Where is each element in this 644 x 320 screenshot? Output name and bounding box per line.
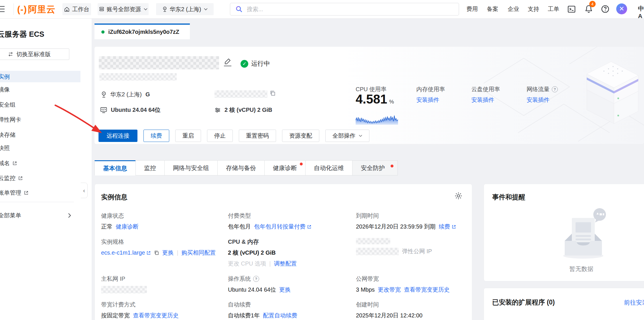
field-health-status: 健康状态 正常健康诊断 [101,212,224,231]
memory-install-plugin-link[interactable]: 安装插件 [416,96,439,104]
nav-divider [13,3,14,15]
instance-tab-title: iZuf62ok7ojmkls5ny0o7zZ [108,29,179,35]
remote-connect-button[interactable]: 远程连接 [99,130,137,142]
chevron-right-icon [68,213,72,218]
search-input[interactable] [246,6,419,13]
nav-link-tickets[interactable]: 工单 [548,5,559,13]
region-row: 华东2 (上海) G [101,91,150,98]
renew-button[interactable]: 续费 [143,130,169,142]
network-install-plugin-link[interactable]: 安装插件 [527,96,550,104]
disk-install-plugin-link[interactable]: 安装插件 [471,96,494,104]
configure-auto-renew-link[interactable]: 配置自动续费 [263,312,297,319]
tab-monitoring[interactable]: 监控 [135,160,165,175]
change-instance-type-link[interactable]: 更换 [162,249,174,257]
notification-badge: 4 [589,1,596,7]
sidebar-item-images[interactable]: 镜像 [0,85,80,94]
copy-icon[interactable] [154,250,159,255]
instance-tab[interactable]: iZuf62ok7ojmkls5ny0o7zZ [94,24,190,39]
os-help-icon[interactable]: ? [253,276,259,282]
sidebar-item-snapshots[interactable]: 快照 [0,144,80,152]
sidebar-item-instances[interactable]: 实例 [0,71,80,82]
field-auto-renew: 自动续费 自动续费1年 配置自动续费 [228,301,351,319]
field-billing-type: 付费类型 包年包月 包年包月转按量付费 [228,212,351,231]
server-illustration [484,47,644,144]
empty-inbox-illustration [556,206,613,261]
tab-security-protection[interactable]: 安全防护 [352,160,398,175]
all-operations-dropdown[interactable]: 全部操作 [325,130,369,142]
adjust-config-link[interactable]: 调整配置 [274,260,297,268]
spec-row: 2 核 (vCPU) 2 GiB [214,106,272,114]
network-help-icon[interactable]: ? [552,86,558,92]
user-avatar[interactable]: ✕ [616,3,627,14]
settings-gear-icon[interactable] [454,192,463,200]
notification-dot [391,165,393,167]
nav-link-support[interactable]: 支持 [528,5,539,13]
ecs-console-screen: (-) 阿里云 工作台 账号全部资源 华东2 (上海) 费用 备案 企业 支持 [0,0,644,320]
top-nav: (-) 阿里云 工作台 账号全部资源 华东2 (上海) 费用 备案 企业 支持 [0,0,644,19]
field-private-ip: 主私网 IP [101,275,224,293]
sidebar-item-enis[interactable]: 弹性网卡 [0,115,80,124]
external-link-icon [307,225,312,229]
bandwidth-history-link[interactable]: 查看带宽变更历史 [133,312,179,319]
main-content: iZuf62ok7ojmkls5ny0o7zZ [92,18,644,320]
tab-network-security[interactable]: 网络与安全组 [164,160,218,175]
copy-icon[interactable] [270,90,275,96]
restart-button[interactable]: 重启 [175,130,201,142]
eip-label-redacted [356,238,390,244]
tab-health-diagnosis[interactable]: 健康诊断 [264,160,306,175]
sidebar-item-block-storage[interactable]: 块存储 [0,130,80,139]
sidebar-item-billing[interactable]: 账单管理 [0,188,80,197]
sidebar-item-domains[interactable]: 域名 [0,159,80,167]
account-resources-selector[interactable]: 账号全部资源 [98,3,149,15]
chevron-down-icon [204,8,208,11]
nav-link-billing[interactable]: 费用 [466,5,478,13]
tab-automated-ops[interactable]: 自动化运维 [305,160,352,175]
location-pin-icon [162,6,167,12]
go-install-link[interactable]: 前往安装 [624,298,644,307]
tab-basic-info[interactable]: 基本信息 [94,160,136,175]
instance-type-link[interactable]: ecs.e-c1m1.large [101,249,151,256]
instance-info-title: 实例信息 [101,193,127,202]
workbench-button[interactable]: 工作台 [62,3,91,15]
language-switch-icon[interactable]: 中A [638,5,644,19]
buy-same-config-link[interactable]: 购买相同配置 [182,249,216,257]
instance-info-card: 实例信息 健康状态 正常健康诊断 付费类型 包年包月 包年包月转按量付费 到期时… [94,184,472,320]
health-diagnosis-link[interactable]: 健康诊断 [116,223,139,231]
eip-value-redacted [356,248,399,255]
sidebar-item-security-groups[interactable]: 安全组 [0,100,80,109]
renew-link[interactable]: 续费 [439,223,456,231]
bandwidth-history-link[interactable]: 查看带宽变更历史 [404,286,450,294]
reset-password-button[interactable]: 重置密码 [239,130,276,142]
hamburger-icon[interactable] [0,6,5,12]
private-ip-redacted [101,286,147,293]
sidebar-item-all-menu[interactable]: 全部菜单 [0,211,80,220]
instance-status: ✓ 运行中 [241,59,270,68]
sidebar-product-title: 云服务器 ECS [0,29,80,39]
cloudshell-terminal-icon[interactable] [567,5,576,13]
nav-link-enterprise[interactable]: 企业 [508,5,519,13]
region-value: 华东2 (上海) [110,91,142,98]
region-selector[interactable]: 华东2 (上海) [156,3,214,15]
home-icon [64,7,70,12]
zone-value: G [145,91,150,98]
change-cpu-options-link[interactable]: 更改 CPU 选项 [228,260,266,268]
switch-to-standard-button[interactable]: 切换至标准版 [0,48,69,60]
change-os-link[interactable]: 更换 [279,286,291,294]
help-icon[interactable] [601,5,610,13]
aliyun-logo[interactable]: (-) 阿里云 [17,3,56,15]
edit-name-pencil-icon[interactable] [224,58,231,66]
stop-button[interactable]: 停止 [207,130,233,142]
extensions-card-title: 已安装的扩展程序 (0) [492,298,555,307]
field-public-bandwidth: 公网带宽 3 Mbps 更改带宽 查看带宽变更历史 [356,275,479,294]
instance-name-redacted [99,56,219,69]
sidebar-gutter: ‹ [80,18,92,320]
resize-button[interactable]: 资源变配 [282,130,319,142]
sidebar-collapse-button[interactable]: ‹ [81,183,88,198]
change-bandwidth-link[interactable]: 更改带宽 [378,286,401,294]
nav-link-icp[interactable]: 备案 [487,5,498,13]
sidebar-item-cloud-monitor[interactable]: 云监控 [0,174,80,182]
tab-storage-backup[interactable]: 存储与备份 [217,160,265,175]
field-instance-type: 实例规格 ecs.e-c1m1.large 更换 | 购买相同配置 [101,238,224,257]
instance-running-dot [101,30,105,34]
convert-to-payg-link[interactable]: 包年包月转按量付费 [254,223,312,231]
